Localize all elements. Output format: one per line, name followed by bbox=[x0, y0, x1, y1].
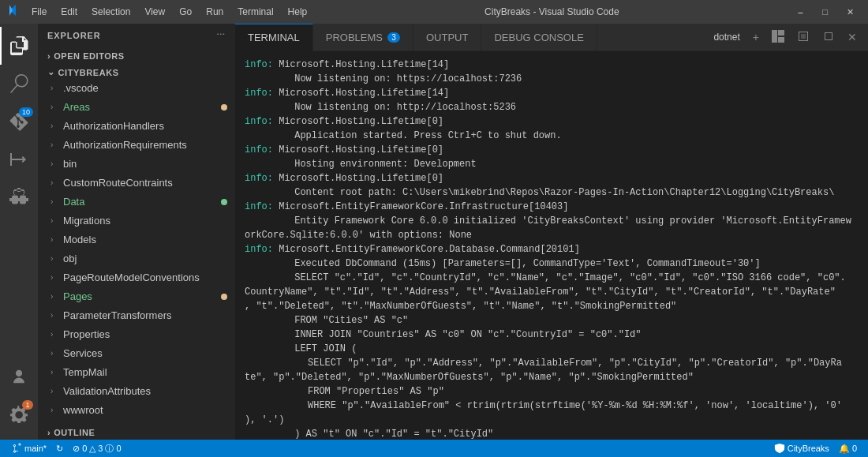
sidebar-header: Explorer ⋯ bbox=[38, 24, 235, 47]
sync-button[interactable]: ↻ bbox=[51, 440, 68, 457]
git-badge: 10 bbox=[19, 107, 33, 117]
tree-item-pages[interactable]: › Pages bbox=[38, 287, 235, 306]
activity-extensions[interactable] bbox=[0, 178, 38, 216]
triangle-icon: △ bbox=[89, 444, 95, 454]
tree-item-bin[interactable]: › bin bbox=[38, 155, 235, 174]
term-line: FROM "Cities" AS "c" bbox=[245, 313, 859, 328]
tree-item-auth-handlers[interactable]: › AuthorizationHandlers bbox=[38, 117, 235, 136]
activity-accounts[interactable] bbox=[0, 358, 38, 395]
arrow-icon: › bbox=[51, 99, 60, 116]
term-line: Application started. Press Ctrl+C to shu… bbox=[245, 129, 859, 143]
activity-bottom: 1 bbox=[0, 358, 38, 440]
modified-dot bbox=[221, 294, 227, 300]
chevron-down-icon: ⌄ bbox=[47, 67, 55, 77]
term-line: info: Microsoft.Hosting.Lifetime[14] bbox=[245, 58, 859, 72]
arrow-icon: › bbox=[51, 250, 60, 268]
citybreaks-section[interactable]: ⌄ CITYBREAKS bbox=[38, 62, 235, 79]
tab-problems[interactable]: PROBLEMS 3 bbox=[313, 24, 413, 51]
menu-bar: File Edit Selection View Go Run Terminal… bbox=[25, 5, 313, 19]
menu-file[interactable]: File bbox=[25, 5, 53, 19]
kill-terminal-button[interactable] bbox=[792, 28, 814, 47]
problems-badge: 3 bbox=[387, 32, 400, 43]
menu-selection[interactable]: Selection bbox=[85, 5, 137, 19]
modified-dot-green bbox=[221, 199, 227, 205]
tree-item-param-transform[interactable]: › ParameterTransformers bbox=[38, 306, 235, 325]
maximize-button[interactable]: □ bbox=[814, 4, 836, 21]
status-bar: main* ↻ ⊘ 0 △ 3 ⓘ 0 CityBreaks 🔔 0 bbox=[0, 440, 868, 457]
close-panel-button[interactable]: ✕ bbox=[843, 29, 862, 45]
chevron-right-icon: › bbox=[47, 428, 51, 437]
tab-actions: dotnet + ✕ bbox=[702, 28, 868, 47]
notifications[interactable]: 🔔 0 bbox=[834, 440, 862, 457]
term-line: SELECT "p"."Id", "p"."Address", "p"."Ava… bbox=[245, 356, 859, 370]
arrow-icon: › bbox=[51, 383, 60, 400]
tree-item-tempmail[interactable]: › TempMail bbox=[38, 363, 235, 382]
tree-item-custom-route[interactable]: › CustomRouteContraints bbox=[38, 174, 235, 193]
arrow-icon: › bbox=[51, 118, 60, 135]
app-logo bbox=[6, 4, 19, 20]
term-line: Hosting environment: Development bbox=[245, 157, 859, 171]
menu-help[interactable]: Help bbox=[282, 5, 314, 19]
tab-output[interactable]: OUTPUT bbox=[413, 24, 481, 51]
info-icon: ⓘ bbox=[105, 443, 114, 455]
tab-bar: TERMINAL PROBLEMS 3 OUTPUT DEBUG CONSOLE… bbox=[235, 24, 868, 51]
minimize-button[interactable]: ‒ bbox=[790, 4, 811, 21]
tree-item-auth-req[interactable]: › AuthorizationRequirements bbox=[38, 136, 235, 155]
tab-terminal[interactable]: TERMINAL bbox=[235, 24, 313, 51]
term-line: ), '.') bbox=[245, 413, 859, 427]
arrow-icon: › bbox=[51, 307, 60, 324]
tree-item-wwwroot[interactable]: › wwwroot bbox=[38, 401, 235, 420]
menu-view[interactable]: View bbox=[138, 5, 171, 19]
term-line: info: Microsoft.EntityFrameworkCore.Data… bbox=[245, 242, 859, 257]
tree-item-migrations[interactable]: › Migrations bbox=[38, 212, 235, 230]
menu-terminal[interactable]: Terminal bbox=[231, 5, 279, 19]
term-line: Now listening on: http://localhost:5236 bbox=[245, 100, 859, 114]
maximize-panel-button[interactable] bbox=[817, 28, 840, 47]
term-line: info: Microsoft.Hosting.Lifetime[0] bbox=[245, 114, 859, 129]
sidebar-header-icons: ⋯ bbox=[216, 30, 226, 40]
main-layout: 10 1 bbox=[0, 24, 868, 440]
terminal-output[interactable]: info: Microsoft.Hosting.Lifetime[14] Now… bbox=[235, 51, 868, 440]
tree-item-models[interactable]: › Models bbox=[38, 230, 235, 249]
term-line: orkCore.Sqlite:6.0.0' with options: None bbox=[245, 228, 859, 242]
tree-item-obj[interactable]: › obj bbox=[38, 249, 235, 268]
activity-explorer[interactable] bbox=[0, 27, 38, 65]
close-button[interactable]: ✕ bbox=[839, 4, 862, 21]
activity-git[interactable]: 10 bbox=[0, 103, 38, 140]
menu-go[interactable]: Go bbox=[173, 5, 198, 19]
term-line: info: Microsoft.Hosting.Lifetime[0] bbox=[245, 143, 859, 157]
open-editors-section[interactable]: › OPEN EDITORS bbox=[38, 47, 235, 62]
outline-section[interactable]: › OUTLINE bbox=[38, 423, 235, 439]
arrow-icon: › bbox=[51, 193, 60, 211]
new-terminal-button[interactable]: + bbox=[748, 29, 764, 45]
project-status[interactable]: CityBreaks bbox=[769, 440, 834, 457]
arrow-icon: › bbox=[51, 326, 60, 343]
tree-item-properties[interactable]: › Properties bbox=[38, 325, 235, 344]
error-icon: ⊘ bbox=[73, 444, 80, 454]
window-controls: ‒ □ ✕ bbox=[790, 4, 862, 21]
activity-search[interactable] bbox=[0, 65, 38, 103]
git-branch[interactable]: main* bbox=[6, 440, 51, 457]
tree-item-page-route[interactable]: › PageRouteModelConventions bbox=[38, 268, 235, 287]
split-terminal-button[interactable] bbox=[767, 28, 789, 47]
tree-item-validation[interactable]: › ValidationAttributes bbox=[38, 382, 235, 401]
arrow-icon: › bbox=[51, 155, 60, 173]
tab-debug-console[interactable]: DEBUG CONSOLE bbox=[481, 24, 597, 51]
term-line: INNER JOIN "Countries" AS "c0" ON "c"."C… bbox=[245, 328, 859, 342]
activity-run[interactable] bbox=[0, 140, 38, 178]
arrow-icon: › bbox=[51, 212, 60, 230]
tree-item-vscode[interactable]: › .vscode bbox=[38, 79, 235, 98]
tree-item-services[interactable]: › Services bbox=[38, 344, 235, 363]
tree-item-data[interactable]: › Data bbox=[38, 193, 235, 212]
menu-run[interactable]: Run bbox=[200, 5, 230, 19]
new-file-icon[interactable]: ⋯ bbox=[216, 30, 226, 40]
chevron-right-icon: › bbox=[47, 51, 51, 61]
term-line: FROM "Properties" AS "p" bbox=[245, 384, 859, 399]
errors-count[interactable]: ⊘ 0 △ 3 ⓘ 0 bbox=[68, 440, 125, 457]
arrow-icon: › bbox=[51, 345, 60, 362]
activity-settings[interactable]: 1 bbox=[0, 395, 38, 433]
menu-edit[interactable]: Edit bbox=[54, 5, 84, 19]
tree-item-areas[interactable]: › Areas bbox=[38, 98, 235, 117]
arrow-icon: › bbox=[51, 364, 60, 381]
term-line: info: Microsoft.Hosting.Lifetime[14] bbox=[245, 86, 859, 100]
